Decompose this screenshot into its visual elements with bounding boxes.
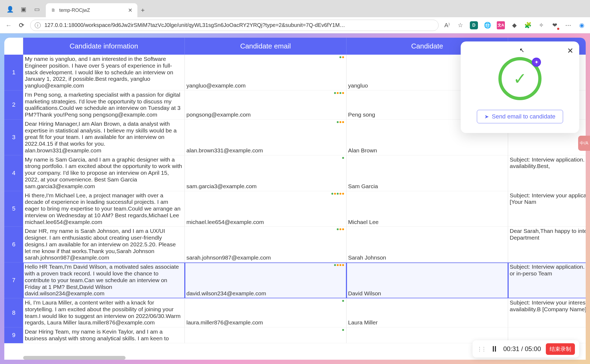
cell-candidate-info[interactable]: Hi, I'm Laura Miller, a content writer w… — [23, 298, 185, 327]
extension-d-icon[interactable]: D — [470, 21, 478, 29]
browser-tab-strip: 👤 ▣ ▭ 🗎 temp-ROCjwZ ✕ + — [0, 0, 590, 17]
copilot-icon[interactable]: ◉ — [578, 21, 586, 29]
status-dots — [334, 264, 344, 266]
workspaces-icon[interactable]: ▣ — [20, 6, 27, 13]
cell-candidate-email[interactable]: david.wilson234@example.com — [185, 262, 346, 298]
row-number[interactable]: 9 — [4, 327, 23, 343]
close-tab-icon[interactable]: ✕ — [128, 7, 133, 13]
status-dots — [342, 300, 344, 302]
row-number[interactable]: 7 — [4, 262, 23, 298]
extensions-icon[interactable]: 🧩 — [524, 21, 532, 29]
cell-candidate-email[interactable]: sam.garcia3@example.com — [185, 155, 346, 191]
success-circle: ✓ ✦ — [498, 57, 542, 100]
new-tab-button[interactable]: + — [137, 3, 148, 17]
cell-reply[interactable]: Subject: Interview your application. Wed… — [508, 191, 586, 227]
address-bar[interactable]: i 127.0.0.1:18000/workspace/9d6Jw2irSMiM… — [30, 20, 439, 31]
cell-candidate-info[interactable]: Dear Hiring Manager,I am Alan Brown, a d… — [23, 120, 185, 155]
cell-candidate-email[interactable]: sarah.johnson987@example.com — [185, 227, 346, 262]
site-info-icon[interactable]: i — [35, 22, 41, 28]
pause-icon[interactable]: ⏸ — [490, 344, 498, 354]
extension-translate-icon[interactable]: 文A — [497, 21, 505, 29]
status-dots — [342, 329, 344, 331]
cell-reply[interactable]: Subject: Interview your interest in jo y… — [508, 298, 586, 327]
cell-reply[interactable]: Subject: Interview application. We w for… — [508, 262, 586, 298]
cell-reply[interactable]: Subject: Interview application. We w Apr… — [508, 155, 586, 191]
send-email-button[interactable]: ➤ Send email to candidate ↖ — [477, 110, 563, 123]
back-button[interactable]: ← — [4, 21, 13, 30]
row-number[interactable]: 5 — [4, 191, 23, 227]
cell-candidate-info[interactable]: I'm Peng song, a marketing specialist wi… — [23, 90, 185, 120]
col-header-info[interactable]: Candidate information — [23, 38, 185, 55]
row-number[interactable]: 6 — [4, 227, 23, 262]
browser-tab[interactable]: 🗎 temp-ROCjwZ ✕ — [46, 3, 137, 17]
cell-candidate-info[interactable]: Dear HR, my name is Sarah Johnson, and I… — [23, 227, 185, 262]
row-number[interactable]: 8 — [4, 298, 23, 327]
cell-candidate-email[interactable]: michael.lee654@example.com — [185, 191, 346, 227]
cell-candidate-name[interactable]: Michael Lee — [346, 191, 508, 227]
tab-overview-icon[interactable]: ▭ — [33, 6, 40, 13]
row-number[interactable]: 2 — [4, 90, 23, 120]
language-tab[interactable]: 中/A — [578, 136, 590, 151]
cell-candidate-email[interactable] — [185, 327, 346, 343]
browser-toolbar: ← ⟳ i 127.0.0.1:18000/workspace/9d6Jw2ir… — [0, 17, 590, 33]
send-icon: ➤ — [484, 113, 489, 120]
extension-globe-icon[interactable]: 🌐 — [483, 21, 491, 29]
recording-time: 00:31 / 05:00 — [503, 345, 541, 353]
drag-handle-icon[interactable]: ⋮⋮ — [477, 346, 485, 352]
horizontal-scrollbar[interactable] — [23, 356, 126, 360]
checkmark-icon: ✓ — [513, 69, 527, 88]
status-dots — [339, 56, 344, 58]
cell-candidate-info[interactable]: My name is Sam Garcia, and I am a graphi… — [23, 155, 185, 191]
cell-candidate-email[interactable]: alan.brown331@example.com — [185, 120, 346, 155]
row-number[interactable]: 1 — [4, 55, 23, 90]
favorite-icon[interactable]: ☆ — [456, 21, 464, 29]
ai-result-panel: ✕ ✓ ✦ ➤ Send email to candidate ↖ — [461, 41, 579, 133]
file-icon: 🗎 — [51, 8, 56, 13]
reload-button[interactable]: ⟳ — [17, 21, 26, 30]
status-dots — [342, 157, 344, 159]
cell-candidate-info[interactable]: Hi there,I'm Michael Lee, a project mana… — [23, 191, 185, 227]
cell-candidate-email[interactable]: laura.miller876@example.com — [185, 298, 346, 327]
extension-ai-icon[interactable]: ◆ — [510, 21, 518, 29]
page-viewport: Candidate information Candidate email Ca… — [0, 33, 590, 364]
recording-bar[interactable]: ⋮⋮ ⏸ 00:31 / 05:00 结束录制 — [473, 340, 579, 358]
corner-cell[interactable] — [4, 38, 23, 55]
url-text: 127.0.0.1:18000/workspace/9d6Jw2irSMiM7t… — [44, 22, 434, 28]
profile-icon[interactable]: 👤 — [6, 6, 13, 13]
read-aloud-icon[interactable]: A⁾ — [443, 21, 451, 29]
settings-menu-icon[interactable]: ⋯ — [564, 21, 572, 29]
collections-icon[interactable]: ✧ — [537, 21, 545, 29]
cell-candidate-name[interactable]: Laura Miller — [346, 298, 508, 327]
performance-icon[interactable]: ❤ — [551, 21, 559, 29]
tab-title: temp-ROCjwZ — [59, 8, 125, 13]
cell-candidate-name[interactable]: Sam Garcia — [346, 155, 508, 191]
cell-candidate-name[interactable]: Sarah Johnson — [346, 227, 508, 262]
sparkle-icon: ✦ — [532, 58, 541, 67]
send-email-label: Send email to candidate — [492, 113, 555, 120]
status-dots — [337, 228, 344, 230]
cell-candidate-info[interactable]: Hello HR Team,I'm David Wilson, a motiva… — [23, 262, 185, 298]
cell-candidate-email[interactable]: pongsong@example.com — [185, 90, 346, 120]
status-dots — [337, 121, 344, 123]
cell-candidate-info[interactable]: Dear Hiring Team, my name is Kevin Taylo… — [23, 327, 185, 343]
cell-reply[interactable]: Dear Sarah,Than happy to interview your … — [508, 227, 586, 262]
row-number[interactable]: 3 — [4, 120, 23, 155]
cell-candidate-email[interactable]: yangluo@example.com — [185, 55, 346, 90]
status-dots — [334, 92, 344, 94]
cell-candidate-info[interactable]: My name is yangluo, and I am interested … — [23, 55, 185, 90]
cell-candidate-name[interactable]: David Wilson — [346, 262, 508, 298]
col-header-email[interactable]: Candidate email — [185, 38, 346, 55]
stop-recording-button[interactable]: 结束录制 — [546, 343, 575, 355]
status-dots — [331, 193, 344, 195]
cursor-icon: ↖ — [519, 47, 524, 54]
row-number[interactable]: 4 — [4, 155, 23, 191]
close-icon[interactable]: ✕ — [567, 46, 573, 55]
